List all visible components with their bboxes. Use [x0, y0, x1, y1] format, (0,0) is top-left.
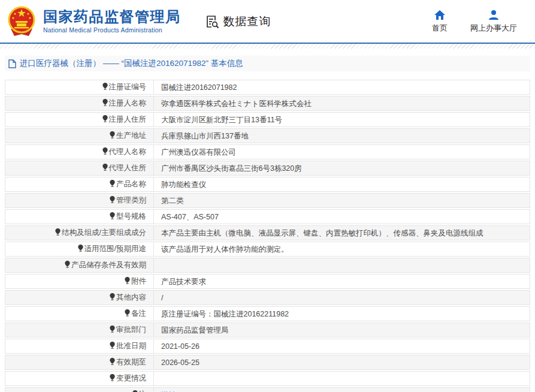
row-label: 产品名称 — [116, 180, 146, 188]
hatched-band — [0, 44, 535, 49]
row-value: 弥拿通医科学株式会社ミナト医科学株式会社 — [161, 99, 312, 108]
note-icon — [102, 115, 108, 124]
row-value: 原注册证编号：国械注进20162211982 — [161, 310, 289, 318]
document-icon — [8, 59, 16, 68]
note-icon — [125, 277, 130, 286]
note-icon — [65, 261, 70, 270]
table-row: 代理人住所 广州市番禺区沙头街嘉品三街6号3栋320房 — [5, 161, 530, 176]
table-row: 注 详情 — [5, 387, 530, 392]
row-value: 国家药品监督管理局 — [161, 326, 229, 334]
table-row: 附件 产品技术要求 — [5, 274, 530, 289]
note-icon — [78, 245, 83, 254]
row-value: 第二类 — [161, 197, 184, 205]
row-label: 其他内容 — [116, 293, 146, 301]
national-emblem-icon — [6, 5, 37, 38]
site-title: 国家药品监督管理局 — [43, 9, 181, 25]
site-subtitle: National Medical Products Administration — [43, 26, 181, 34]
row-label: 批准日期 — [116, 342, 146, 350]
row-label: 审批部门 — [116, 325, 146, 334]
nav-service-hall-label: 网上办事大厅 — [470, 23, 517, 34]
header-nav: 首页 网上办事大厅 — [432, 10, 525, 34]
note-icon — [55, 228, 61, 237]
table-row: 管理类别 第二类 — [5, 193, 530, 208]
data-query-link[interactable]: 数据查询 — [205, 14, 271, 29]
registration-info-table: 注册证编号 国械注进20162071982 注册人名称 弥拿通医科学株式会社ミナ… — [5, 79, 530, 392]
doc-search-icon — [205, 14, 219, 29]
row-label: 代理人住所 — [109, 164, 147, 172]
table-row: 型号规格 AS-407、AS-507 — [5, 209, 530, 224]
row-value: 产品技术要求 — [161, 278, 206, 286]
row-value: 2026-05-25 — [161, 358, 200, 367]
nav-service-hall[interactable]: 网上办事大厅 — [470, 10, 517, 34]
site-logo-link[interactable]: 国家药品监督管理局 National Medical Products Admi… — [6, 5, 181, 38]
table-row: 其他内容 / — [5, 290, 530, 305]
row-value: 该产品适用于对人体作肺功能的测定。 — [161, 245, 289, 254]
table-row: 注册人住所 大阪市淀川区新北野三丁目13番11号 — [5, 112, 530, 127]
row-label: 注册人名称 — [109, 99, 147, 107]
row-label: 产品储存条件及有效期 — [71, 261, 146, 269]
table-row: 结构及组成/主要组成成分 本产品主要由主机（微电脑、液晶显示屏、键盘、内置热敏打… — [5, 225, 530, 240]
row-value: 2021-05-26 — [161, 342, 200, 351]
table-row: 注册人名称 弥拿通医科学株式会社ミナト医科学株式会社 — [5, 96, 530, 111]
row-label: 代理人名称 — [109, 147, 147, 156]
note-icon — [110, 342, 115, 351]
row-label: 管理类别 — [116, 196, 146, 204]
brand-text: 国家药品监督管理局 National Medical Products Admi… — [43, 9, 181, 34]
row-value: / — [161, 294, 163, 302]
table-row: 产品名称 肺功能检查仪 — [5, 177, 530, 192]
table-row: 备注 原注册证编号：国械注进20162211982 — [5, 306, 530, 321]
row-label: 生产地址 — [116, 131, 146, 140]
row-value: 肺功能检查仪 — [161, 180, 206, 189]
row-label: 附件 — [131, 277, 146, 285]
note-icon — [110, 358, 115, 367]
user-icon — [488, 10, 500, 20]
row-label: 有效期至 — [116, 358, 146, 366]
table-row: 代理人名称 广州澳迅仪器有限公司 — [5, 144, 530, 159]
row-value: 广州市番禺区沙头街嘉品三街6号3栋320房 — [161, 164, 302, 173]
row-label: 结构及组成/主要组成成分 — [62, 228, 146, 237]
table-row: 适用范围/预期用途 该产品适用于对人体作肺功能的测定。 — [5, 242, 530, 257]
row-label: 注册人住所 — [109, 115, 147, 123]
row-value: 广州澳迅仪器有限公司 — [161, 148, 236, 156]
note-icon — [102, 147, 108, 156]
row-label: 适用范围/预期用途 — [84, 245, 146, 253]
table-row: 变更情况 — [5, 371, 530, 386]
nav-home[interactable]: 首页 — [432, 10, 448, 34]
note-icon — [125, 309, 130, 318]
breadcrumb: 进口医疗器械（注册） —— “国械注进20162071982” 基本信息 — [5, 56, 530, 71]
table-row: 生产地址 兵庫県篠山市川西137番地 — [5, 128, 530, 143]
note-icon — [110, 212, 115, 221]
row-value: 兵庫県篠山市川西137番地 — [161, 132, 249, 140]
row-value: 本产品主要由主机（微电脑、液晶显示屏、键盘、内置热敏打印机）、传感器、鼻夹及电源… — [161, 229, 483, 237]
row-value: AS-407、AS-507 — [161, 213, 219, 221]
note-icon — [110, 131, 115, 140]
table-row: 注册证编号 国械注进20162071982 — [5, 80, 530, 95]
breadcrumb-text: 进口医疗器械（注册） —— “国械注进20162071982” 基本信息 — [20, 58, 243, 69]
table-row: 批准日期 2021-05-26 — [5, 339, 530, 354]
note-icon — [102, 164, 108, 173]
table-row: 产品储存条件及有效期 — [5, 258, 530, 273]
info-table-body: 注册证编号 国械注进20162071982 注册人名称 弥拿通医科学株式会社ミナ… — [5, 80, 530, 392]
site-header: 国家药品监督管理局 National Medical Products Admi… — [0, 0, 535, 43]
note-icon — [110, 293, 115, 302]
row-value: 大阪市淀川区新北野三丁目13番11号 — [161, 116, 282, 124]
note-icon — [110, 196, 115, 205]
row-label: 备注 — [131, 309, 146, 318]
table-row: 有效期至 2026-05-25 — [5, 355, 530, 370]
table-row: 审批部门 国家药品监督管理局 — [5, 322, 530, 337]
note-icon — [110, 180, 115, 189]
note-icon — [110, 374, 115, 383]
note-icon — [102, 99, 108, 108]
data-query-label: 数据查询 — [223, 14, 271, 29]
note-icon — [110, 325, 115, 334]
row-label: 变更情况 — [116, 374, 146, 382]
nav-home-label: 首页 — [432, 23, 448, 34]
home-icon — [434, 10, 446, 20]
row-value: 国械注进20162071982 — [161, 83, 237, 92]
row-label: 型号规格 — [116, 212, 146, 221]
note-icon — [102, 83, 108, 92]
row-label: 注册证编号 — [109, 83, 147, 91]
